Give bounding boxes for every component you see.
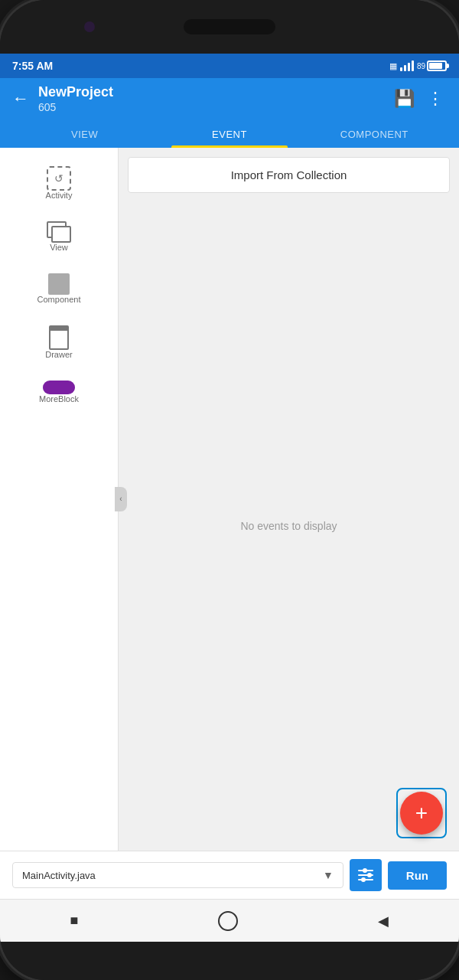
sliders-icon	[358, 870, 373, 880]
signal-bar-2	[404, 65, 406, 71]
signal-bar-3	[408, 63, 410, 71]
phone-frame: 7:55 AM ▦ 89	[0, 0, 459, 980]
back-nav-icon: ◀	[378, 913, 389, 929]
file-name: MainActivity.java	[22, 870, 318, 881]
sidebar-item-component[interactable]: Component	[0, 263, 118, 315]
import-btn-container: Import From Collection	[119, 148, 459, 202]
settings-button[interactable]	[350, 859, 382, 891]
sidebar-label-moreblock: MoreBlock	[39, 394, 79, 403]
sidebar-label-activity: Activity	[46, 191, 73, 200]
status-icons: ▦ 89	[389, 60, 447, 71]
header-left: ← NewProject 605	[12, 84, 113, 113]
signal-bars	[400, 60, 414, 71]
home-icon	[218, 911, 238, 931]
import-from-collection-button[interactable]: Import From Collection	[128, 157, 450, 193]
moreblock-icon	[43, 381, 75, 394]
drawer-icon	[49, 325, 69, 350]
sidebar: Activity View Component	[0, 148, 119, 851]
tab-view[interactable]: VIEW	[12, 119, 157, 148]
battery-fill	[429, 63, 442, 69]
tab-event[interactable]: EVENT	[157, 119, 301, 148]
sidebar-item-moreblock[interactable]: MoreBlock	[0, 370, 118, 414]
dropdown-arrow-icon: ▼	[323, 869, 334, 881]
save-button[interactable]: 💾	[391, 86, 418, 112]
sidebar-item-drawer[interactable]: Drawer	[0, 315, 118, 370]
battery-indicator: 89	[417, 60, 447, 71]
tab-component[interactable]: COMPONENT	[302, 119, 447, 148]
project-info: NewProject 605	[38, 84, 113, 113]
fab-border: +	[396, 788, 447, 838]
sidebar-item-activity[interactable]: Activity	[0, 155, 118, 211]
sidebar-label-component: Component	[37, 295, 81, 304]
wifi-icon: ▦	[389, 61, 397, 71]
camera-dot	[84, 21, 95, 32]
app-header: ← NewProject 605 💾 ⋮ VIEW EVENT	[0, 78, 459, 148]
status-bar: 7:55 AM ▦ 89	[0, 54, 459, 78]
run-button[interactable]: Run	[388, 861, 447, 890]
sidebar-item-view[interactable]: View	[0, 211, 118, 263]
bottom-bar: MainActivity.java ▼ Run	[0, 851, 459, 899]
signal-bar-4	[412, 60, 414, 71]
nav-home-button[interactable]	[218, 911, 238, 931]
header-right: 💾 ⋮	[391, 86, 447, 112]
file-selector[interactable]: MainActivity.java ▼	[12, 862, 343, 888]
project-name: NewProject	[38, 84, 113, 101]
project-id: 605	[38, 101, 113, 113]
content-area: Import From Collection No events to disp…	[119, 148, 459, 851]
tabs-bar: VIEW EVENT COMPONENT	[12, 119, 447, 148]
more-options-button[interactable]: ⋮	[424, 86, 447, 112]
status-time: 7:55 AM	[12, 60, 53, 72]
view-icon	[47, 221, 71, 243]
activity-icon	[47, 166, 71, 191]
phone-top-bar	[0, 0, 459, 54]
phone-bottom	[0, 942, 459, 980]
nav-bar: ■ ◀	[0, 899, 459, 942]
nav-stop-button[interactable]: ■	[70, 913, 79, 929]
signal-bar-1	[400, 67, 402, 71]
nav-back-button[interactable]: ◀	[378, 913, 389, 929]
phone-screen: 7:55 AM ▦ 89	[0, 54, 459, 942]
stop-icon: ■	[70, 913, 79, 929]
add-event-fab[interactable]: +	[400, 792, 443, 835]
component-icon	[48, 273, 70, 295]
empty-message: No events to display	[240, 520, 337, 532]
speaker	[184, 19, 275, 34]
main-content: Activity View Component	[0, 148, 459, 851]
sidebar-collapse-button[interactable]: ‹	[115, 487, 127, 511]
fab-plus-icon: +	[415, 802, 428, 824]
fab-container: +	[396, 788, 447, 838]
battery-percent: 89	[417, 62, 425, 70]
empty-state: No events to display	[119, 202, 459, 851]
battery-box	[427, 60, 447, 71]
app-header-top: ← NewProject 605 💾 ⋮	[12, 84, 447, 113]
back-button[interactable]: ←	[12, 89, 29, 109]
sidebar-label-view: View	[50, 243, 68, 252]
sidebar-label-drawer: Drawer	[45, 350, 72, 359]
